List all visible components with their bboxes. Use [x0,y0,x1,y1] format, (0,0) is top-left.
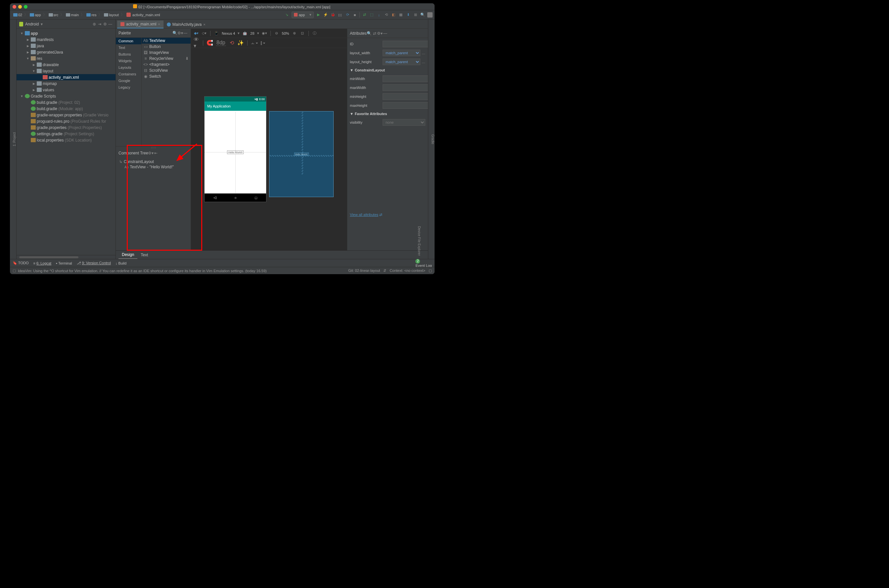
cat-legacy[interactable]: Legacy [116,84,141,91]
magnet-icon[interactable]: 🧲 [207,40,212,46]
widget-recyclerview[interactable]: ≡RecyclerView⬇ [141,56,191,62]
view-all-attributes-link[interactable]: View all attributes [350,213,378,217]
tree-manifests[interactable]: ▶manifests [17,36,116,43]
tree-gradle-properties[interactable]: gradle.properties (Project Properties) [17,124,116,130]
hide-panel-button[interactable]: — [108,21,113,27]
close-tab-icon[interactable]: × [158,22,160,26]
palette-settings-icon[interactable]: ⚙▾ [177,30,183,36]
minheight-input[interactable] [383,93,428,100]
tree-build-gradle-project[interactable]: build.gradle (Project: 02) [17,99,116,105]
palette-search-icon[interactable]: 🔍 [172,30,177,36]
project-view-selector[interactable]: Android [25,22,39,27]
widget-switch[interactable]: ◉Switch [141,74,191,80]
git-branch[interactable]: Git: 02-linear-layout [348,268,380,273]
design-canvas[interactable]: ▾▮8:00 My Application Hello World! ◁○□ [191,48,347,250]
design-tab[interactable]: Design [119,251,137,259]
theme-icon[interactable]: ◉▾ [262,31,267,36]
breadcrumb-res[interactable]: res [85,12,98,18]
build-tab[interactable]: ↓ Build [116,261,126,265]
run-config-dropdown[interactable]: app▾ [292,12,314,18]
user-avatar[interactable] [427,12,433,18]
cat-text[interactable]: Text [116,44,141,51]
tree-java[interactable]: ▶java [17,43,116,49]
close-window-button[interactable] [13,5,16,9]
device-selector[interactable]: Nexus 4 [222,32,235,35]
project-tab[interactable]: 1: Project [13,132,16,146]
widget-scrollview[interactable]: ⊟ScrollView [141,68,191,74]
blueprint-preview[interactable]: ∿∿∿∿∿∿∿∿∿∿∿∿∿∿∿∿∿∿∿∿∿∿∿∿∿∿∿∿∿ ∿∿∿∿∿∿∿∿∿∿… [269,111,334,197]
context-selector[interactable]: Context: <no context> [390,268,425,273]
horizontal-scrollbar[interactable] [19,256,78,258]
vcs-tab[interactable]: ⎇ 9: Version Control [77,261,111,265]
cat-common[interactable]: Common [116,38,141,44]
tree-values[interactable]: ▶values [17,87,116,93]
clear-constraints-icon[interactable]: ⟲ [229,40,235,46]
maximize-window-button[interactable] [24,5,27,9]
comp-constraint-layout[interactable]: ↳ConstraintLayout [117,159,189,164]
tree-activity-main[interactable]: activity_main.xml [17,74,116,80]
layout-width-select[interactable]: match_parent [383,50,420,56]
tree-mipmap[interactable]: ▶mipmap [17,80,116,87]
terminal-tab[interactable]: ▪ Terminal [56,261,72,265]
download-icon[interactable]: ⬇ [185,56,189,61]
stop-button[interactable]: ■ [352,12,358,18]
widget-fragment[interactable]: <><fragment> [141,62,191,68]
visibility-select[interactable]: none [383,119,425,126]
tree-build-gradle-module[interactable]: build.gradle (Module: app) [17,105,116,112]
back-button[interactable]: ⟲ [384,12,389,18]
palette-hide-icon[interactable]: — [183,30,188,36]
widget-imageview[interactable]: 🖼ImageView [141,50,191,56]
profile-button[interactable]: ⫿⫿ [338,12,343,18]
breadcrumb-app[interactable]: app [29,12,42,18]
cat-layouts[interactable]: Layouts [116,64,141,71]
attr-swap-icon[interactable]: ⇄ [372,31,377,36]
logcat-tab[interactable]: ≡ 6: Logcat [33,261,51,265]
todo-tab[interactable]: 🔖 TODO [13,261,29,265]
layers-icon[interactable]: ◆▾ [194,31,199,36]
breadcrumb-file[interactable]: activity_main.xml [125,12,161,18]
tree-local-properties[interactable]: local.properties (SDK Location) [17,137,116,143]
attr-settings-icon[interactable]: ⚙▾ [377,31,383,36]
maxheight-input[interactable] [383,102,428,109]
device-preview[interactable]: ▾▮8:00 My Application Hello World! ◁○□ [204,96,266,202]
tree-generated-java[interactable]: ▶generatedJava [17,49,116,55]
orientation-icon[interactable]: ◇▾ [202,31,207,36]
text-tab[interactable]: Text [137,251,151,259]
cat-widgets[interactable]: Widgets [116,57,141,64]
breadcrumb-layout[interactable]: layout [102,12,120,18]
tree-drawable[interactable]: ▶drawable [17,62,116,68]
id-input[interactable] [383,40,428,47]
hector-icon[interactable]: ▢ [429,268,432,273]
tree-res[interactable]: ▼res [17,55,116,62]
run-button[interactable]: ▶ [316,12,321,18]
maxwidth-input[interactable] [383,84,428,91]
tree-gradle-scripts[interactable]: ▼Gradle Scripts [17,93,116,99]
tree-module-app[interactable]: ▼app [17,30,116,36]
attr-search-icon[interactable]: 🔍 [367,31,372,36]
zoom-out-button[interactable]: ⊖ [274,31,279,36]
cat-google[interactable]: Google [116,77,141,84]
cat-containers[interactable]: Containers [116,71,141,77]
breadcrumb-src[interactable]: src [47,12,60,18]
tree-settings-gradle[interactable]: settings.gradle (Project Settings) [17,130,116,137]
minwidth-input[interactable] [383,75,428,82]
scroll-from-source-button[interactable]: ⊕ [92,21,97,27]
cat-buttons[interactable]: Buttons [116,51,141,57]
debug-button[interactable]: 🐞 [330,12,335,18]
tree-gradle-wrapper[interactable]: gradle-wrapper.properties (Gradle Versio [17,112,116,118]
tree-layout[interactable]: ▼layout [17,68,116,74]
layout-inspector-button[interactable]: ⬇ [405,12,411,18]
comp-textview[interactable]: AbTextView- "Hello World!" [117,164,189,170]
breadcrumb-main[interactable]: main [65,12,80,18]
event-log-tab[interactable]: 2 Event Log [415,259,432,267]
layout-height-select[interactable]: match_parent [383,58,420,65]
gradle-tab[interactable]: Gradle [431,134,435,144]
tree-proguard[interactable]: proguard-rules.pro (ProGuard Rules for [17,118,116,124]
zoom-fit-button[interactable]: ⊡ [300,31,305,36]
tab-activity-main[interactable]: activity_main.xml× [117,21,164,28]
default-margin[interactable]: 8dp [216,40,226,46]
breadcrumb-root[interactable]: 02 [12,12,24,18]
theme-editor-button[interactable]: ⊞ [413,12,418,18]
guidelines-icon[interactable]: ⫿▾ [260,40,265,46]
search-everywhere-button[interactable]: 🔍 [420,12,425,18]
